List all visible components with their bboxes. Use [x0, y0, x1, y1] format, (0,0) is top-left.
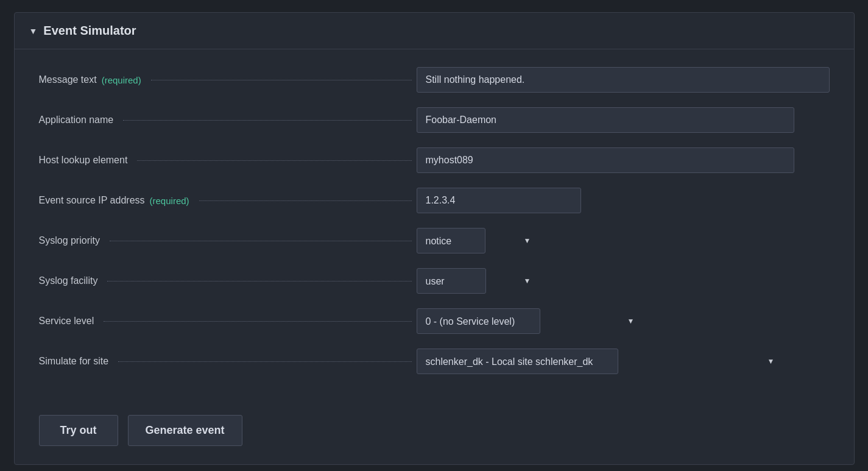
collapse-icon[interactable]: ▼	[29, 26, 38, 36]
syslog-facility-wrapper: kern user mail daemon auth syslog lpr ne…	[417, 268, 538, 294]
event-simulator-panel: ▼ Event Simulator Message text (required…	[14, 12, 855, 465]
syslog-priority-label: Syslog priority	[39, 235, 417, 246]
simulate-site-row: Simulate for site schlenker_dk - Local s…	[39, 347, 830, 376]
application-name-label: Application name	[39, 115, 417, 126]
panel-header: ▼ Event Simulator	[15, 13, 854, 49]
service-level-label: Service level	[39, 316, 417, 327]
syslog-priority-select[interactable]: emerg alert crit err warning notice info…	[417, 228, 485, 253]
buttons-row: Try out Generate event	[15, 397, 854, 446]
syslog-priority-row: Syslog priority emerg alert crit err war…	[39, 226, 830, 255]
dotted-separator	[151, 80, 412, 80]
dotted-separator	[107, 281, 411, 282]
dotted-separator	[110, 241, 412, 241]
syslog-facility-row: Syslog facility kern user mail daemon au…	[39, 266, 830, 296]
simulate-site-select[interactable]: schlenker_dk - Local site schlenker_dk	[417, 349, 618, 374]
message-text-label: Message text (required)	[39, 74, 417, 85]
chevron-down-icon: ▼	[524, 277, 531, 285]
event-source-ip-label: Event source IP address (required)	[39, 195, 417, 206]
event-source-ip-row: Event source IP address (required)	[39, 186, 830, 215]
dotted-separator	[123, 120, 411, 121]
generate-event-button[interactable]: Generate event	[128, 415, 242, 446]
form-container: Message text (required) Application name…	[15, 55, 854, 397]
host-lookup-row: Host lookup element	[39, 146, 830, 175]
chevron-down-icon: ▼	[767, 357, 775, 366]
required-badge-message: (required)	[102, 75, 141, 85]
dotted-separator	[104, 321, 411, 322]
service-level-wrapper: 0 - (no Service level) 1 2 3 ▼	[417, 308, 642, 334]
try-out-button[interactable]: Try out	[39, 415, 118, 446]
syslog-facility-label: Syslog facility	[39, 275, 417, 286]
chevron-down-icon: ▼	[627, 317, 635, 325]
service-level-select[interactable]: 0 - (no Service level) 1 2 3	[417, 308, 540, 334]
host-lookup-input[interactable]	[417, 147, 794, 173]
host-lookup-label: Host lookup element	[39, 155, 417, 166]
service-level-row: Service level 0 - (no Service level) 1 2…	[39, 306, 830, 336]
dotted-separator	[199, 200, 412, 201]
required-badge-ip: (required)	[150, 196, 189, 206]
simulate-site-wrapper: schlenker_dk - Local site schlenker_dk ▼	[417, 349, 782, 374]
event-source-ip-input[interactable]	[417, 188, 581, 213]
message-text-row: Message text (required)	[39, 65, 830, 94]
syslog-priority-wrapper: emerg alert crit err warning notice info…	[417, 228, 538, 253]
application-name-row: Application name	[39, 105, 830, 135]
dotted-separator	[137, 160, 411, 161]
syslog-facility-select[interactable]: kern user mail daemon auth syslog lpr ne…	[417, 268, 486, 294]
application-name-input[interactable]	[417, 107, 794, 133]
panel-title: Event Simulator	[43, 24, 136, 38]
chevron-down-icon: ▼	[524, 236, 531, 245]
simulate-site-label: Simulate for site	[39, 356, 417, 367]
dotted-separator	[118, 361, 411, 362]
message-text-input[interactable]	[417, 67, 830, 93]
